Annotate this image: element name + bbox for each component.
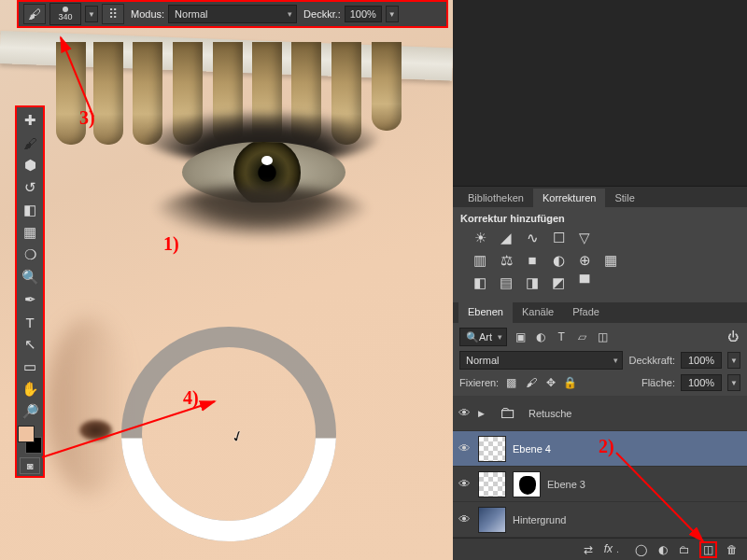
options-bar: 🖌 340 ▼ ⠿ Modus: Normal Deckkr.: 100% ▼ <box>17 0 448 28</box>
clone-stamp-tool[interactable]: ⬢ <box>18 154 42 176</box>
layers-panel: Ebenen Kanäle Pfade 🔍 Art ▣ ◐ T ▱ ◫ ⏻ No… <box>453 302 747 560</box>
filter-shape-icon[interactable]: ▱ <box>574 329 589 344</box>
adj-curves-icon[interactable]: ∿ <box>524 230 541 246</box>
path-selection-tool[interactable]: ↖ <box>18 333 42 356</box>
adj-brightness-icon[interactable]: ☀ <box>472 230 488 246</box>
new-group-icon[interactable]: 🗀 <box>679 543 690 556</box>
gradient-tool[interactable]: ▦ <box>18 221 42 244</box>
zoom-tool[interactable]: 🔎 <box>18 400 42 423</box>
brush-size-value: 340 <box>58 13 72 21</box>
foreground-color-swatch[interactable] <box>18 426 35 442</box>
tab-layers[interactable]: Ebenen <box>458 302 513 323</box>
lock-all-icon[interactable]: 🔒 <box>563 376 577 389</box>
layer-opacity-caret[interactable]: ▼ <box>727 352 740 369</box>
layer-mask-thumbnail[interactable] <box>513 471 541 497</box>
right-panel-dock: Bibliotheken Korrekturen Stile Korrektur… <box>453 0 747 560</box>
lock-pixels-icon[interactable]: 🖌 <box>524 376 538 389</box>
add-mask-icon[interactable]: ◯ <box>635 543 647 556</box>
quick-mask-toggle[interactable]: ◙ <box>20 457 40 474</box>
adj-invert-icon[interactable]: ◧ <box>472 274 488 291</box>
adj-balance-icon[interactable]: ⚖ <box>498 252 514 269</box>
new-fill-adjust-icon[interactable]: ◐ <box>658 543 668 556</box>
layer-thumbnail[interactable] <box>478 436 506 462</box>
visibility-toggle[interactable]: 👁 <box>458 477 472 491</box>
tool-palette: ✚ 🖌 ⬢ ↺ ◧ ▦ ❍ 🔍 ✒ T ↖ ▭ ✋ 🔎 ◙ <box>15 105 45 478</box>
brush-tool[interactable]: 🖌 <box>18 132 42 154</box>
adj-bw-icon[interactable]: ■ <box>524 252 541 269</box>
disclosure-icon[interactable]: ▶ <box>478 409 487 418</box>
eraser-tool[interactable]: ◧ <box>18 199 42 221</box>
adj-levels-icon[interactable]: ◢ <box>498 230 514 246</box>
adj-photo-filter-icon[interactable]: ◐ <box>550 252 567 269</box>
visibility-toggle[interactable]: 👁 <box>458 406 472 420</box>
folder-icon: 🗀 <box>494 400 522 427</box>
lock-label: Fixieren: <box>459 377 499 388</box>
tab-adjustments[interactable]: Korrekturen <box>533 189 605 207</box>
annotation-3: 3) <box>79 107 95 129</box>
filter-smart-icon[interactable]: ◫ <box>595 329 610 344</box>
layer-name: Ebene 4 <box>513 443 551 455</box>
brush-preset-picker[interactable]: 340 <box>49 3 81 25</box>
filter-type-icon[interactable]: T <box>554 329 569 344</box>
layer-fill-caret[interactable]: ▼ <box>727 374 740 391</box>
layer-thumbnail[interactable] <box>478 471 506 497</box>
link-layers-icon[interactable]: ⇄ <box>584 543 593 556</box>
layer-thumbnail[interactable] <box>478 507 506 533</box>
layer-row[interactable]: 👁 Ebene 3 <box>453 467 747 502</box>
color-picker-hud[interactable]: ✓ <box>121 327 336 541</box>
layer-opacity-input[interactable]: 100% <box>681 352 722 369</box>
rectangle-tool[interactable]: ▭ <box>18 356 42 378</box>
delete-layer-icon[interactable]: 🗑 <box>726 543 738 556</box>
type-tool[interactable]: T <box>18 311 42 333</box>
dodge-tool[interactable]: 🔍 <box>18 266 42 288</box>
visibility-toggle[interactable]: 👁 <box>458 512 472 526</box>
color-swatches[interactable] <box>18 426 42 454</box>
adj-channel-mixer-icon[interactable]: ⊕ <box>576 252 593 269</box>
brush-preset-caret[interactable]: ▼ <box>85 6 98 22</box>
tab-libraries[interactable]: Bibliotheken <box>458 189 533 207</box>
history-brush-tool[interactable]: ↺ <box>18 176 42 199</box>
blur-tool[interactable]: ❍ <box>18 244 42 266</box>
annotation-4: 4) <box>183 387 199 409</box>
photo-region <box>47 317 131 495</box>
visibility-toggle[interactable]: 👁 <box>458 441 472 455</box>
tab-paths[interactable]: Pfade <box>563 302 609 323</box>
filter-toggle-icon[interactable]: ⏻ <box>726 329 740 344</box>
adj-selective-icon[interactable]: ◩ <box>550 274 567 291</box>
adj-exposure-icon[interactable]: ☐ <box>550 230 567 246</box>
lock-transparency-icon[interactable]: ▩ <box>504 376 518 389</box>
layer-blend-mode[interactable]: Normal <box>459 351 623 370</box>
blend-mode-select[interactable]: Normal <box>168 5 297 23</box>
layer-name: Hintergrund <box>513 514 566 525</box>
filter-pixel-icon[interactable]: ▣ <box>513 329 528 344</box>
layer-fill-input[interactable]: 100% <box>681 374 722 391</box>
document-canvas[interactable]: ✓ <box>0 0 453 560</box>
opacity-caret[interactable]: ▼ <box>386 6 399 22</box>
adjustments-panel-tabs: Bibliotheken Korrekturen Stile <box>453 187 747 207</box>
collapsed-panel-area <box>453 0 747 187</box>
tab-styles[interactable]: Stile <box>605 189 643 207</box>
lock-position-icon[interactable]: ✥ <box>543 376 557 389</box>
adj-hue-icon[interactable]: ▥ <box>472 252 488 269</box>
adj-posterize-icon[interactable]: ▤ <box>498 274 514 291</box>
tab-channels[interactable]: Kanäle <box>513 302 563 323</box>
filter-adjust-icon[interactable]: ◐ <box>533 329 548 344</box>
layer-fx-icon[interactable]: fx﹒ <box>604 541 624 557</box>
add-adjustment-label: Korrektur hinzufügen <box>460 213 740 224</box>
layer-group-row[interactable]: 👁 ▶ 🗀 Retusche <box>453 396 747 431</box>
pen-tool[interactable]: ✒ <box>18 288 42 311</box>
adj-threshold-icon[interactable]: ◨ <box>524 274 541 291</box>
layer-fill-label: Fläche: <box>641 377 675 388</box>
layer-row-background[interactable]: 👁 Hintergrund <box>453 502 747 538</box>
tool-preset-picker[interactable]: 🖌 <box>23 4 46 24</box>
new-layer-icon[interactable]: ◫ <box>701 543 715 556</box>
adj-vibrance-icon[interactable]: ▽ <box>576 230 593 246</box>
layer-name: Retusche <box>529 408 571 419</box>
opacity-input[interactable]: 100% <box>345 6 382 22</box>
adj-gradient-map-icon[interactable]: ▀ <box>576 274 593 291</box>
brush-panel-toggle[interactable]: ⠿ <box>102 4 124 24</box>
hand-tool[interactable]: ✋ <box>18 378 42 400</box>
adj-lookup-icon[interactable]: ▦ <box>602 252 619 269</box>
layer-filter-kind[interactable]: 🔍 Art <box>459 328 507 346</box>
healing-brush-tool[interactable]: ✚ <box>18 109 42 132</box>
